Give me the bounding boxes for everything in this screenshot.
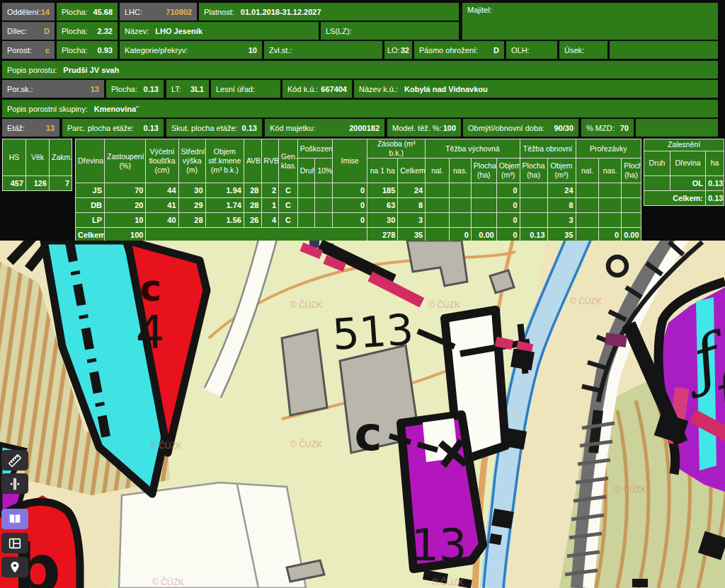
cell: 10 <box>105 213 146 228</box>
ruler-icon <box>7 453 23 468</box>
stand-label-c: c <box>354 407 382 461</box>
cuzk-watermark: © ČÚZK <box>150 440 182 451</box>
field-empty-r3 <box>610 41 718 59</box>
group-tezba-obnovni: Těžba obnovní <box>520 139 576 158</box>
col-vek: Věk <box>26 139 50 176</box>
col-gen-klas: Gen. klas. <box>279 139 298 183</box>
col-vycetni: Výčetní tloušťka (cm) <box>146 139 178 183</box>
cell: 40 <box>146 213 178 228</box>
cell <box>644 176 670 191</box>
col-objem: Objem stř.kmene (m³ b.k.) <box>205 139 244 183</box>
field-popis-porostu: Popis porostu:Prudší JV svah <box>2 61 718 79</box>
col-imise: Imise <box>332 139 367 183</box>
locate-button[interactable] <box>1 557 28 577</box>
cell: 70 <box>105 183 146 198</box>
layout-button[interactable] <box>1 533 28 553</box>
field-usek: Úsek: <box>559 41 607 59</box>
col-pr-nas: nas. <box>599 158 622 183</box>
cell: 44 <box>146 183 178 198</box>
cell <box>576 198 599 213</box>
col-tv-objem: Objem (m³) <box>496 158 520 183</box>
legend-book-button[interactable] <box>1 509 28 529</box>
field-porsk: Por.sk.:13 <box>2 80 104 98</box>
cell <box>622 213 641 228</box>
col-avb: AVB <box>244 139 261 183</box>
group-tezba-vychovna: Těžba výchovná <box>426 139 520 158</box>
col-zastoupeni: Zastoupení (%) <box>105 139 146 183</box>
cell: 8 <box>547 198 576 213</box>
field-etaz: Etáž:13 <box>2 119 59 137</box>
cell: 0.13 <box>706 176 724 191</box>
col-to-plocha: Plocha (ha) <box>520 158 547 183</box>
field-nazev: Název:LHO Jeseník <box>120 22 319 40</box>
col-rvb: RVB <box>261 139 279 183</box>
app-window: Oddělení:14 Plocha:45.68 LHC:710802 Plat… <box>0 0 725 588</box>
col-to-objem: Objem (m³) <box>547 158 576 183</box>
parcel-number-513: 513 <box>331 304 415 359</box>
measure-button[interactable] <box>1 450 28 471</box>
col-zakm: Zakm. <box>50 139 72 176</box>
cell: 2 <box>261 183 279 198</box>
zalesneni-total-row: Celkem: 0.13 <box>644 191 724 206</box>
cell: C <box>279 198 298 213</box>
field-oddeleni: Oddělení:14 <box>2 3 55 21</box>
field-plocha-porost: Plocha:0.93 <box>57 41 118 59</box>
cell: LP <box>76 213 105 228</box>
map-canvas[interactable]: c 4 513 13 <box>0 241 725 588</box>
cell: 8 <box>398 198 426 213</box>
cell: 185 <box>367 183 398 198</box>
field-olh: OLH: <box>506 41 557 59</box>
table-row: 457 126 7 <box>3 176 72 191</box>
col-stredni: Střední výška (m) <box>178 139 205 183</box>
stand-label-13: 13 <box>411 519 467 571</box>
hs-table: HS Věk Zakm. 457 126 7 <box>2 139 72 191</box>
zalesneni-table: Zalesnění Druh Dřevina ha OL 0.13 Celkem… <box>644 139 724 206</box>
field-obmyti: Obmýtí/obnovní doba:90/30 <box>463 119 578 137</box>
cell <box>576 213 599 228</box>
col-posk-10: 10% <box>315 158 333 183</box>
cell <box>599 198 622 213</box>
cell: 3 <box>547 213 576 228</box>
cell <box>622 183 641 198</box>
cell <box>426 213 450 228</box>
table-row: JS70 4430 1.9428 2C 0185 24 0 24 <box>76 183 641 198</box>
species-table: Dřevina Zastoupení (%) Výčetní tloušťka … <box>75 139 641 243</box>
cell <box>622 198 641 213</box>
book-icon <box>7 512 23 527</box>
cuzk-watermark: © ČÚZK <box>432 577 464 587</box>
field-majitel: Majitel: <box>462 3 718 40</box>
cell: JS <box>76 183 105 198</box>
cell: Celkem: <box>644 191 706 206</box>
cell: 0 <box>496 213 520 228</box>
col-tv-nas: nas. <box>450 158 472 183</box>
cell <box>315 198 333 213</box>
cell: 0 <box>332 198 367 213</box>
cell <box>297 213 315 228</box>
stand-label-c-topleft: c <box>140 267 162 309</box>
cell <box>599 183 622 198</box>
col-zal-druh: Druh <box>644 151 670 176</box>
cell: 0 <box>332 213 367 228</box>
field-lhc: LHC:710802 <box>120 3 197 21</box>
cell: 28 <box>178 213 205 228</box>
cell <box>599 213 622 228</box>
cell <box>297 198 315 213</box>
cell <box>471 198 496 213</box>
cell <box>471 183 496 198</box>
cell <box>471 213 496 228</box>
group-poskozeni: Poškození <box>297 139 332 158</box>
field-kod-majetku: Kód majetku:2000182 <box>265 119 384 137</box>
col-na1ha: na 1 ha <box>367 158 398 183</box>
cell <box>297 183 315 198</box>
cell: 28 <box>244 183 261 198</box>
cell: 0 <box>496 183 520 198</box>
cell: 30 <box>178 183 205 198</box>
field-kod-ku: Kód k.ú.:667404 <box>282 80 352 98</box>
cell: 24 <box>547 183 576 198</box>
cuzk-watermark: © ČÚZK <box>428 299 460 310</box>
cuzk-watermark: © ČÚZK <box>290 439 322 449</box>
compare-button[interactable] <box>1 473 28 494</box>
stand-label-4: 4 <box>136 306 165 359</box>
cuzk-watermark: © ČÚZK <box>152 577 184 587</box>
cell <box>450 198 472 213</box>
